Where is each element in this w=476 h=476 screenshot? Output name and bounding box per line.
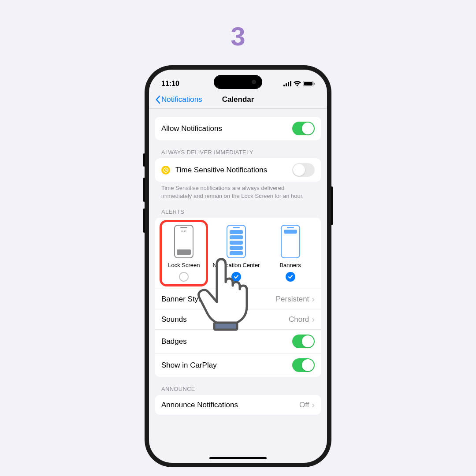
status-time: 11:10 bbox=[161, 80, 179, 88]
svg-rect-3 bbox=[290, 81, 291, 86]
svg-rect-6 bbox=[314, 83, 315, 85]
time-sensitive-row[interactable]: Time Sensitive Notifications bbox=[155, 158, 321, 182]
tap-hand-icon bbox=[190, 256, 256, 335]
svg-rect-0 bbox=[283, 85, 285, 86]
badges-toggle[interactable] bbox=[292, 335, 315, 348]
chevron-right-icon: › bbox=[312, 294, 315, 304]
chevron-right-icon: › bbox=[312, 314, 315, 324]
battery-icon bbox=[303, 81, 315, 86]
svg-rect-1 bbox=[286, 83, 287, 86]
carplay-row[interactable]: Show in CarPlay bbox=[155, 353, 321, 377]
alert-banners[interactable]: Banners bbox=[266, 225, 315, 282]
row-label: Announce Notifications bbox=[161, 401, 238, 409]
back-label: Notifications bbox=[161, 95, 202, 104]
announce-header: ANNOUNCE bbox=[161, 386, 315, 392]
row-value: Off bbox=[299, 401, 309, 409]
clock-icon bbox=[161, 166, 170, 175]
nav-bar: Notifications Calendar bbox=[149, 92, 327, 109]
row-label: Show in CarPlay bbox=[161, 361, 217, 370]
back-button[interactable]: Notifications bbox=[155, 95, 202, 104]
alert-checkbox[interactable] bbox=[179, 272, 189, 282]
deliver-footer: Time Sensitive notifications are always … bbox=[161, 184, 315, 200]
svg-rect-5 bbox=[304, 82, 312, 86]
allow-notifications-row[interactable]: Allow Notifications bbox=[155, 117, 321, 140]
signal-icon bbox=[283, 81, 291, 86]
svg-rect-8 bbox=[214, 323, 237, 330]
deliver-header: ALWAYS DELIVER IMMEDIATELY bbox=[161, 149, 315, 156]
announce-row[interactable]: Announce Notifications Off› bbox=[155, 395, 321, 415]
alert-label: Banners bbox=[279, 262, 301, 268]
dynamic-island bbox=[214, 75, 262, 89]
allow-label: Allow Notifications bbox=[161, 124, 222, 133]
banners-icon bbox=[281, 225, 300, 258]
lock-screen-icon: 9:41 bbox=[174, 225, 193, 258]
chevron-left-icon bbox=[155, 95, 160, 104]
svg-rect-2 bbox=[288, 82, 289, 86]
wifi-icon bbox=[294, 81, 301, 86]
allow-toggle[interactable] bbox=[292, 122, 315, 135]
row-value: Persistent bbox=[276, 295, 309, 304]
carplay-toggle[interactable] bbox=[292, 358, 315, 372]
row-value: Chord bbox=[289, 315, 309, 324]
row-label: Sounds bbox=[161, 315, 187, 324]
time-sensitive-toggle[interactable] bbox=[292, 163, 315, 177]
time-sensitive-label: Time Sensitive Notifications bbox=[175, 166, 267, 175]
row-label: Badges bbox=[161, 337, 187, 346]
alert-checkbox[interactable] bbox=[286, 272, 295, 282]
home-indicator[interactable] bbox=[209, 457, 267, 459]
step-number: 3 bbox=[231, 21, 245, 52]
chevron-right-icon: › bbox=[312, 400, 315, 410]
alerts-header: ALERTS bbox=[161, 208, 315, 215]
page-title: Calendar bbox=[222, 95, 254, 104]
notification-center-icon bbox=[227, 225, 246, 258]
